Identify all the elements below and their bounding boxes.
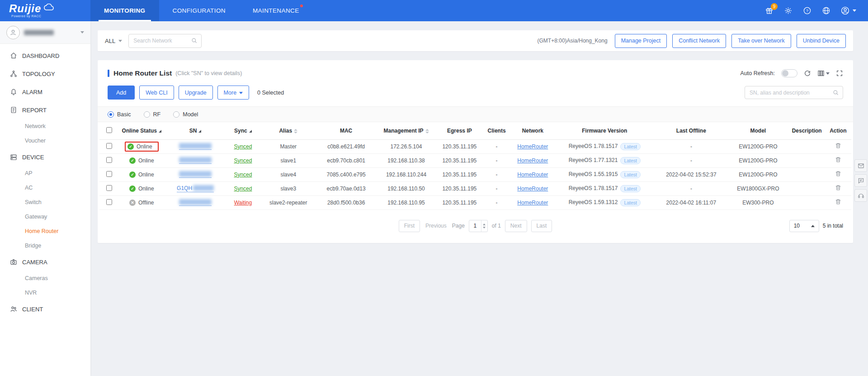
web-cli-button[interactable]: Web CLI bbox=[139, 86, 174, 100]
delete-icon[interactable] bbox=[835, 143, 841, 150]
col-management-ip[interactable]: Management IP bbox=[376, 122, 437, 139]
row-checkbox[interactable] bbox=[106, 185, 112, 191]
feedback-chat-icon[interactable] bbox=[854, 174, 867, 187]
language-globe-icon[interactable] bbox=[821, 6, 830, 15]
online-status-cell: ✓Online bbox=[118, 153, 165, 167]
sidebar-item-report[interactable]: REPORT bbox=[0, 101, 90, 119]
settings-gear-icon[interactable] bbox=[783, 6, 793, 15]
sort-arrows-icon[interactable] bbox=[425, 129, 429, 133]
sync-link[interactable]: Synced bbox=[234, 171, 252, 178]
account-selector[interactable] bbox=[0, 21, 90, 44]
sn-link[interactable] bbox=[179, 143, 212, 150]
sidebar-item-dashboard[interactable]: DASHBOARD bbox=[0, 47, 90, 65]
columns-setting-icon[interactable] bbox=[817, 70, 830, 77]
fullscreen-icon[interactable] bbox=[836, 70, 843, 77]
add-button[interactable]: Add bbox=[108, 86, 135, 100]
sidebar-item-bridge[interactable]: Bridge bbox=[0, 238, 90, 253]
sn-link[interactable]: G1QH bbox=[177, 185, 214, 192]
email-icon[interactable] bbox=[854, 159, 867, 172]
table-row: ✕OfflineWaitingslave2-repeater28d0.f500.… bbox=[99, 195, 851, 209]
account-menu[interactable] bbox=[840, 6, 856, 15]
sidebar-item-topology[interactable]: TOPOLOGY bbox=[0, 65, 90, 83]
select-all-checkbox[interactable] bbox=[106, 127, 112, 133]
network-link[interactable]: HomeRouter bbox=[517, 157, 548, 164]
gift-icon[interactable]: 9 bbox=[764, 6, 774, 15]
sidebar-item-home-router[interactable]: Home Router bbox=[0, 224, 90, 238]
next-page-button[interactable]: Next bbox=[505, 220, 527, 232]
sidebar-item-cameras[interactable]: Cameras bbox=[0, 271, 90, 286]
sync-link[interactable]: Waiting bbox=[234, 200, 252, 206]
delete-icon[interactable] bbox=[835, 199, 841, 206]
management-ip-cell: 192.168.110.244 bbox=[376, 167, 437, 181]
col-egress-ip: Egress IP bbox=[437, 122, 482, 139]
previous-page-button[interactable]: Previous bbox=[424, 223, 448, 229]
mac-cell: ecb9.70ae.0d13 bbox=[316, 181, 375, 195]
sync-link[interactable]: Synced bbox=[234, 157, 252, 164]
page-number-value[interactable]: 1 bbox=[469, 220, 481, 232]
conflict-network-button[interactable]: Conflict Network bbox=[672, 34, 726, 48]
search-icon[interactable] bbox=[191, 38, 198, 44]
nav-monitoring[interactable]: MONITORING bbox=[90, 0, 159, 21]
sn-link[interactable] bbox=[179, 157, 212, 164]
sidebar-item-alarm[interactable]: ALARM bbox=[0, 83, 90, 101]
delete-icon[interactable] bbox=[835, 157, 841, 164]
last-offline-cell: 2022-04-02 16:11:07 bbox=[655, 195, 727, 209]
sync-link[interactable]: Synced bbox=[234, 143, 252, 150]
col-model: Model bbox=[727, 122, 788, 139]
network-link[interactable]: HomeRouter bbox=[517, 186, 548, 192]
last-page-button[interactable]: Last bbox=[531, 220, 552, 232]
row-checkbox[interactable] bbox=[106, 157, 112, 163]
col-online-status[interactable]: Online Status bbox=[118, 122, 165, 139]
sync-link[interactable]: Synced bbox=[234, 186, 252, 192]
nav-maintenance[interactable]: MAINTENANCE bbox=[239, 0, 313, 21]
row-checkbox[interactable] bbox=[106, 171, 112, 177]
delete-icon[interactable] bbox=[835, 171, 841, 178]
network-link[interactable]: HomeRouter bbox=[517, 171, 548, 178]
sidebar-item-ap[interactable]: AP bbox=[0, 166, 90, 181]
row-checkbox[interactable] bbox=[106, 199, 112, 205]
radio-rf[interactable]: RF bbox=[144, 111, 161, 118]
col-alias[interactable]: Alias bbox=[260, 122, 316, 139]
sidebar-item-client[interactable]: CLIENT bbox=[0, 300, 90, 318]
nav-configuration[interactable]: CONFIGURATION bbox=[159, 0, 239, 21]
first-page-button[interactable]: First bbox=[399, 220, 420, 232]
refresh-icon[interactable] bbox=[804, 70, 811, 77]
auto-refresh-toggle[interactable] bbox=[781, 69, 797, 77]
sort-arrows-icon[interactable] bbox=[294, 129, 297, 133]
unbind-device-button[interactable]: Unbind Device bbox=[797, 34, 846, 48]
row-checkbox[interactable] bbox=[106, 143, 112, 149]
page-size-select[interactable]: 10 bbox=[789, 220, 819, 232]
table-header-row: Online Status SN Sync Alias MAC Manageme… bbox=[99, 122, 851, 139]
delete-icon[interactable] bbox=[835, 185, 841, 192]
manage-project-button[interactable]: Manage Project bbox=[615, 34, 667, 48]
table-toolbar: Add Web CLI Upgrade More 0 Selected bbox=[98, 79, 853, 100]
take-over-network-button[interactable]: Take over Network bbox=[731, 34, 791, 48]
search-icon[interactable] bbox=[833, 90, 839, 96]
col-sync[interactable]: Sync bbox=[226, 122, 260, 139]
sn-link[interactable] bbox=[179, 171, 212, 178]
radio-basic[interactable]: Basic bbox=[108, 111, 131, 118]
sidebar-item-camera[interactable]: CAMERA bbox=[0, 253, 90, 271]
network-link[interactable]: HomeRouter bbox=[517, 200, 548, 206]
network-search-input[interactable] bbox=[128, 34, 202, 48]
radio-model[interactable]: Model bbox=[173, 111, 198, 118]
sidebar-item-voucher[interactable]: Voucher bbox=[0, 133, 90, 148]
sidebar-item-switch[interactable]: Switch bbox=[0, 195, 90, 209]
table-search-input[interactable] bbox=[745, 86, 843, 99]
network-link[interactable]: HomeRouter bbox=[517, 143, 548, 150]
sidebar-item-network[interactable]: Network bbox=[0, 119, 90, 133]
sidebar-item-device[interactable]: DEVICE bbox=[0, 148, 90, 166]
sn-link[interactable] bbox=[179, 199, 212, 206]
sidebar-item-gateway[interactable]: Gateway bbox=[0, 209, 90, 224]
sidebar-item-ac[interactable]: AC bbox=[0, 181, 90, 195]
home-icon bbox=[10, 52, 17, 59]
support-headset-icon[interactable] bbox=[854, 189, 867, 202]
sidebar-item-nvr[interactable]: NVR bbox=[0, 286, 90, 300]
network-scope-select[interactable]: ALL bbox=[105, 38, 122, 44]
upgrade-button[interactable]: Upgrade bbox=[179, 86, 213, 100]
page-spinner[interactable] bbox=[481, 220, 487, 232]
page-of-label: of 1 bbox=[492, 223, 501, 229]
col-sn[interactable]: SN bbox=[165, 122, 226, 139]
help-icon[interactable]: ? bbox=[802, 6, 811, 15]
more-button[interactable]: More bbox=[217, 86, 249, 100]
